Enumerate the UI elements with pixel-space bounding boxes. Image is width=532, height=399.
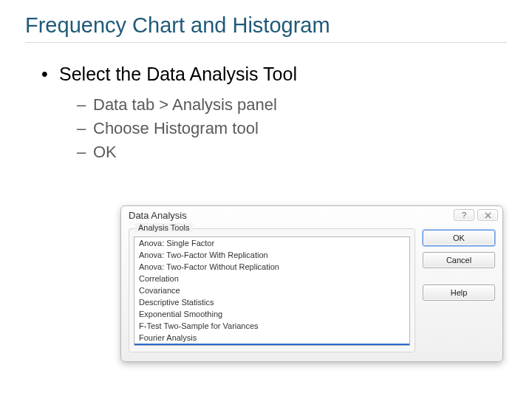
bullet-level-1: Select the Data Analysis Tool — [41, 64, 507, 85]
titlebar-buttons: ? — [454, 209, 498, 221]
list-item[interactable]: Anova: Single Factor — [134, 237, 409, 249]
list-item[interactable]: Histogram — [134, 344, 409, 346]
title-divider — [25, 42, 507, 43]
bullet-text: Data tab > Analysis panel — [93, 95, 277, 114]
dialog-left-pane: Analysis Tools Anova: Single FactorAnova… — [129, 228, 415, 352]
dialog-window: Data Analysis ? Analysis Tools Anova: Si… — [120, 205, 503, 362]
data-analysis-dialog: Data Analysis ? Analysis Tools Anova: Si… — [120, 205, 503, 362]
help-button[interactable]: Help — [423, 284, 495, 301]
help-icon[interactable]: ? — [454, 209, 474, 221]
group-label: Analysis Tools — [135, 223, 193, 232]
dialog-title: Data Analysis — [129, 210, 187, 221]
dialog-body: Analysis Tools Anova: Single FactorAnova… — [121, 224, 502, 361]
bullet-text: Select the Data Analysis Tool — [59, 64, 297, 84]
list-item[interactable]: F-Test Two-Sample for Variances — [134, 320, 409, 332]
button-label: OK — [453, 233, 465, 242]
slide: Frequency Chart and Histogram Select the… — [0, 0, 532, 162]
ok-button[interactable]: OK — [423, 230, 495, 246]
button-label: Cancel — [446, 256, 471, 265]
button-label: Help — [451, 288, 468, 297]
spacer — [423, 274, 495, 279]
list-item[interactable]: Fourier Analysis — [134, 332, 409, 344]
analysis-tools-group: Analysis Tools Anova: Single FactorAnova… — [129, 228, 415, 352]
list-item[interactable]: Covariance — [134, 284, 409, 296]
slide-title: Frequency Chart and Histogram — [25, 13, 507, 38]
list-item[interactable]: Descriptive Statistics — [134, 296, 409, 308]
bullet-level-2: Choose Histogram tool — [77, 119, 507, 138]
dialog-button-column: OK Cancel Help — [423, 228, 495, 352]
bullet-level-2: Data tab > Analysis panel — [77, 95, 507, 115]
close-icon[interactable] — [477, 209, 498, 221]
bullet-text: OK — [93, 143, 117, 161]
dialog-titlebar[interactable]: Data Analysis ? — [121, 206, 502, 224]
list-item[interactable]: Exponential Smoothing — [134, 308, 409, 320]
list-item[interactable]: Anova: Two-Factor With Replication — [134, 249, 409, 261]
analysis-tools-listbox[interactable]: Anova: Single FactorAnova: Two-Factor Wi… — [134, 236, 410, 346]
bullet-level-2: OK — [77, 143, 507, 162]
bullet-text: Choose Histogram tool — [93, 119, 259, 137]
list-item[interactable]: Anova: Two-Factor Without Replication — [134, 261, 409, 273]
list-item[interactable]: Correlation — [134, 273, 409, 284]
cancel-button[interactable]: Cancel — [423, 252, 495, 268]
